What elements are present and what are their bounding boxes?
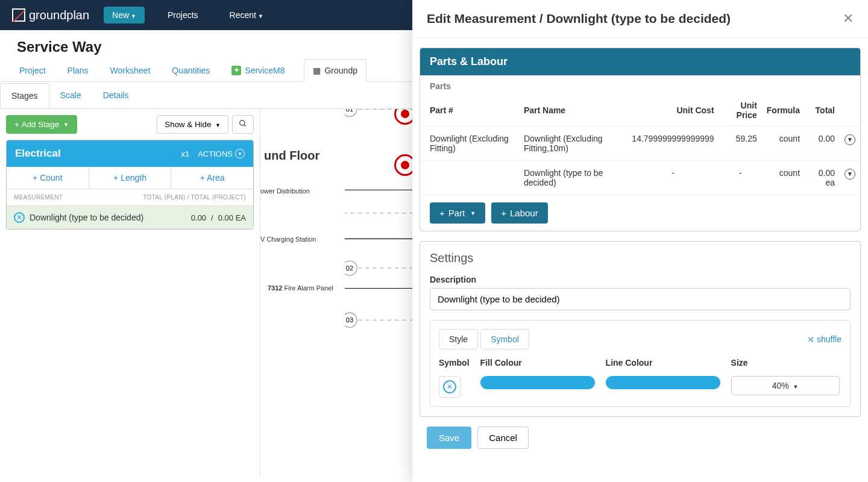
- section-actions: + Part ▼ + Labour: [420, 195, 860, 231]
- stage-card: Electrical x1 ACTIONS ▼ + Count + Length…: [6, 140, 254, 230]
- recent-label: Recent: [230, 10, 256, 20]
- show-hide-button[interactable]: Show & Hide ▼: [157, 115, 228, 134]
- projects-link[interactable]: Projects: [159, 7, 207, 23]
- tab-worksheet[interactable]: Worksheet: [108, 59, 153, 81]
- plan-label: 7312 Fire Alarm Panel: [268, 284, 333, 292]
- close-icon[interactable]: ✕: [843, 11, 854, 27]
- shuffle-button[interactable]: ⤨ shuffle: [807, 334, 841, 344]
- line-label: Line Colour: [606, 358, 720, 368]
- fill-label: Fill Colour: [480, 358, 595, 368]
- style-row: Symbol ✕ Fill Colour Line Colour: [439, 358, 841, 398]
- line-col: Line Colour: [606, 358, 720, 398]
- cell-part-no: [420, 161, 519, 195]
- plus-icon: +: [113, 173, 118, 183]
- save-button[interactable]: Save: [427, 427, 471, 449]
- tab-quantities[interactable]: Quantities: [169, 59, 212, 81]
- stage-actions[interactable]: ACTIONS ▼: [198, 149, 245, 158]
- tool-count[interactable]: + Count: [7, 167, 89, 189]
- subtab-scale[interactable]: Scale: [49, 83, 92, 108]
- svg-text:03: 03: [346, 316, 353, 324]
- tool-area[interactable]: + Area: [171, 167, 253, 189]
- cell-total: 0.00 ea: [805, 161, 840, 195]
- cell-part-name: Downlight (type to be decided): [519, 161, 627, 195]
- add-part-button[interactable]: + Part ▼: [430, 202, 485, 224]
- tab-servicem8[interactable]: ✦ ServiceM8: [229, 59, 287, 81]
- tab-plans[interactable]: Plans: [65, 59, 91, 81]
- stage-header-right: x1 ACTIONS ▼: [181, 149, 245, 158]
- logo-icon: [12, 8, 25, 22]
- caret-icon: ▼: [131, 13, 136, 19]
- servicem8-label: ServiceM8: [245, 66, 285, 75]
- plus-icon: +: [501, 208, 506, 218]
- subtab-stages[interactable]: Stages: [0, 83, 49, 108]
- new-button[interactable]: New▼: [104, 7, 145, 23]
- description-label: Description: [430, 275, 851, 284]
- table-row[interactable]: Downlight (Excluding Fitting) Downlight …: [420, 127, 860, 161]
- measurement-row[interactable]: ✕ Downlight (type to be decided) 0.00 / …: [7, 205, 253, 229]
- fill-colour-picker[interactable]: [480, 376, 595, 389]
- size-label: Size: [731, 358, 840, 368]
- parts-table: Part # Part Name Unit Cost Unit Price Fo…: [420, 95, 860, 195]
- col-part-name: Part Name: [519, 95, 627, 127]
- svg-text:02: 02: [346, 264, 353, 272]
- stage-header[interactable]: Electrical x1 ACTIONS ▼: [7, 140, 253, 167]
- add-labour-label: Labour: [510, 208, 538, 218]
- tab-project[interactable]: Project: [17, 59, 48, 81]
- cell-total: 0.00: [805, 127, 840, 161]
- panel-header: Edit Measurement / Downlight (type to be…: [412, 0, 868, 38]
- plus-icon: +: [33, 173, 37, 183]
- caret-icon: ▼: [258, 13, 263, 19]
- row-menu-icon[interactable]: ▼: [844, 134, 855, 145]
- size-col: Size 40% ▼: [731, 358, 840, 398]
- symbol-picker[interactable]: ✕: [439, 376, 461, 398]
- settings-heading: Settings: [420, 242, 860, 275]
- search-icon: [239, 119, 247, 128]
- table-row[interactable]: Downlight (type to be decided) - - count…: [420, 161, 860, 195]
- tab-style[interactable]: Style: [439, 329, 478, 349]
- line-colour-picker[interactable]: [606, 376, 720, 389]
- add-stage-label: Add Stage: [22, 120, 59, 129]
- tab-groundplan[interactable]: ▦ Groundp: [304, 59, 366, 82]
- cell-formula: count: [762, 161, 805, 195]
- plus-icon: +: [439, 208, 445, 218]
- add-stage-button[interactable]: + Add Stage ▼: [6, 115, 77, 134]
- actions-label: ACTIONS: [198, 149, 233, 158]
- panel-footer: Save Cancel: [420, 427, 861, 460]
- plus-icon: +: [200, 173, 205, 183]
- caret-icon: ▼: [215, 122, 221, 128]
- brand-text: groundplan: [29, 8, 89, 22]
- add-labour-button[interactable]: + Labour: [491, 202, 547, 224]
- row-menu-icon[interactable]: ▼: [844, 169, 855, 180]
- sidebar: + Add Stage ▼ Show & Hide ▼ Electrical x…: [0, 109, 260, 476]
- show-hide-label: Show & Hide: [165, 120, 211, 129]
- plan-label: V Charging Station: [260, 236, 316, 243]
- cell-part-name: Downlight (Excluding Fitting,10m): [519, 127, 627, 161]
- panel-title: Edit Measurement / Downlight (type to be…: [427, 11, 731, 26]
- col-unit-price: Unit Price: [719, 95, 762, 127]
- search-button[interactable]: [232, 115, 254, 134]
- plan-label: ower Distribution: [260, 187, 310, 195]
- description-input[interactable]: [430, 288, 851, 310]
- cell-unit-cost: 14.799999999999999: [627, 127, 719, 161]
- tool-length[interactable]: + Length: [89, 167, 172, 189]
- cancel-button[interactable]: Cancel: [477, 427, 529, 449]
- stage-toolbar: + Count + Length + Area: [7, 167, 253, 189]
- tab-symbol[interactable]: Symbol: [480, 329, 529, 349]
- measurement-values: 0.00 / 0.00 EA: [191, 213, 246, 222]
- groundplan-label: Groundp: [324, 66, 357, 75]
- stage-name: Electrical: [15, 148, 61, 160]
- col-unit-cost: Unit Cost: [627, 95, 719, 127]
- cell-unit-price: 59.25: [719, 127, 762, 161]
- style-tabs: Style Symbol ⤨ shuffle: [439, 329, 841, 349]
- settings-section: Settings Description Style Symbol ⤨ shuf…: [420, 241, 861, 417]
- logo: groundplan: [12, 8, 89, 22]
- settings-body: Description Style Symbol ⤨ shuffle: [420, 275, 860, 416]
- parts-subheading: Parts: [420, 75, 860, 95]
- sub-tabs: Stages Scale Details: [0, 83, 139, 108]
- size-select[interactable]: 40% ▼: [731, 376, 840, 395]
- col-part-no: Part #: [420, 95, 519, 127]
- downlight-icon: ✕: [443, 380, 456, 393]
- cell-part-no: Downlight (Excluding Fitting): [420, 127, 519, 161]
- subtab-details[interactable]: Details: [92, 83, 140, 108]
- recent-link[interactable]: Recent▼: [221, 7, 272, 23]
